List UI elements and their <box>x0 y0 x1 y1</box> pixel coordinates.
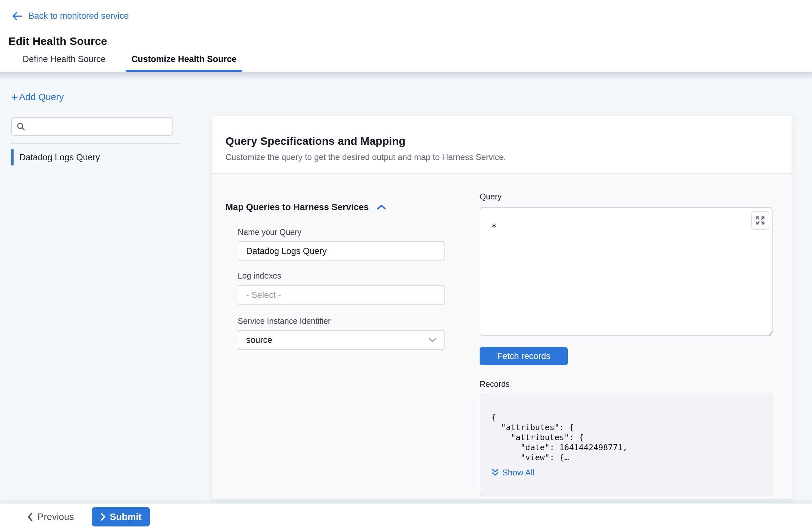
edit-health-source-page: Back to monitored service Edit Health So… <box>0 0 812 530</box>
records-json-line: { <box>491 412 762 422</box>
add-query-label: Add Query <box>19 92 64 102</box>
records-json-line: "attributes": { <box>491 432 762 442</box>
card-body: Map Queries to Harness Services Name you… <box>212 174 792 498</box>
search-icon <box>16 122 25 131</box>
query-list-item-datadog-logs[interactable]: Datadog Logs Query <box>11 149 179 166</box>
previous-label: Previous <box>38 512 74 522</box>
service-instance-identifier-value: source <box>246 335 428 345</box>
fetch-records-button[interactable]: Fetch records <box>480 347 568 365</box>
page-title: Edit Health Source <box>9 35 107 47</box>
add-query-button[interactable]: + Add Query <box>11 92 64 102</box>
show-all-link[interactable]: Show All <box>491 468 762 478</box>
query-label: Query <box>480 192 502 201</box>
query-item-label: Datadog Logs Query <box>19 153 100 162</box>
show-all-label: Show All <box>502 468 535 478</box>
service-instance-identifier-select[interactable]: source <box>238 330 445 350</box>
records-label: Records <box>480 379 510 389</box>
selected-indicator-bar <box>11 149 14 166</box>
query-search-box[interactable] <box>11 117 173 136</box>
expand-icon <box>755 215 766 226</box>
chevron-right-icon <box>100 512 106 521</box>
header-shadow <box>0 72 812 80</box>
card-header: Query Specifications and Mapping Customi… <box>212 116 792 174</box>
map-queries-heading: Map Queries to Harness Services <box>226 202 369 212</box>
sidebar-divider <box>11 143 179 144</box>
tab-customize-health-source[interactable]: Customize Health Source <box>126 46 243 72</box>
search-input[interactable] <box>29 121 168 131</box>
query-name-input[interactable] <box>238 241 445 261</box>
chevron-up-icon[interactable] <box>377 204 386 210</box>
tab-bar: Define Health Source Customize Health So… <box>17 46 242 72</box>
back-link[interactable]: Back to monitored service <box>12 11 129 21</box>
records-json-line: "view": {… <box>491 453 762 462</box>
previous-button[interactable]: Previous <box>27 512 74 522</box>
back-arrow-icon <box>12 11 23 21</box>
records-json-line: "date": 1641442498771, <box>491 442 762 453</box>
map-queries-section-header[interactable]: Map Queries to Harness Services <box>226 202 386 212</box>
card-title: Query Specifications and Mapping <box>226 135 779 147</box>
chevron-left-icon <box>27 512 33 521</box>
service-instance-identifier-label: Service Instance Identifier <box>238 316 331 326</box>
submit-button[interactable]: Submit <box>92 507 150 527</box>
footer-bar: Previous Submit <box>0 503 812 530</box>
log-indexes-label: Log indexes <box>238 271 281 281</box>
submit-label: Submit <box>110 512 142 522</box>
tab-define-health-source[interactable]: Define Health Source <box>17 46 112 72</box>
query-textarea[interactable]: * <box>480 207 773 336</box>
name-query-label: Name your Query <box>238 228 301 237</box>
query-editor-wrap: * <box>480 207 773 336</box>
plus-icon: + <box>11 92 18 102</box>
records-json-line: "attributes": { <box>491 422 762 432</box>
expand-query-button[interactable] <box>751 211 769 230</box>
card-subtitle: Customize the query to get the desired o… <box>226 152 779 162</box>
chevron-down-icon <box>428 338 437 343</box>
query-specifications-card: Query Specifications and Mapping Customi… <box>212 116 792 499</box>
content-area: + Add Query Datadog Logs Query Query Spe… <box>0 72 812 503</box>
double-chevron-down-icon <box>491 468 499 477</box>
log-indexes-select[interactable]: - Select - <box>238 285 445 305</box>
page-header: Back to monitored service Edit Health So… <box>0 0 812 72</box>
log-indexes-placeholder: - Select - <box>246 290 437 300</box>
back-link-label: Back to monitored service <box>28 11 129 21</box>
records-panel: { "attributes": { "attributes": { "date"… <box>480 393 773 497</box>
